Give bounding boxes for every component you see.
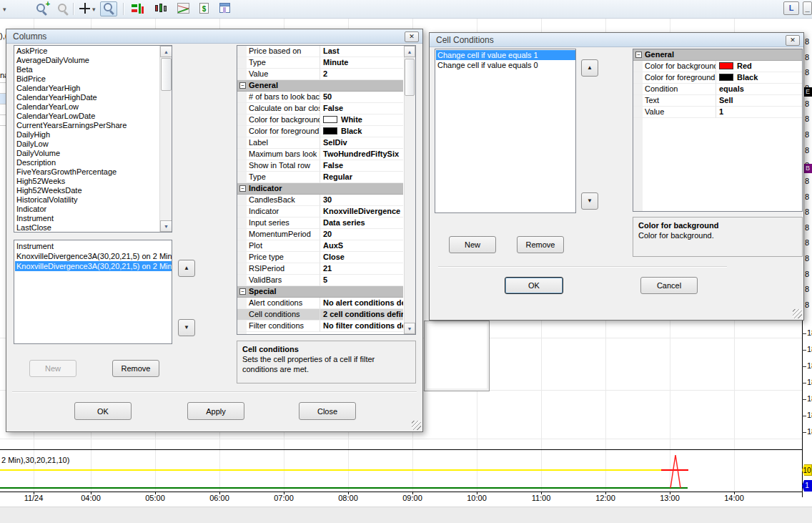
ok-button[interactable]: OK — [505, 277, 563, 294]
scroll-up-icon[interactable]: ▲ — [404, 46, 415, 57]
property-value[interactable]: Red — [716, 61, 802, 72]
scroll-down-icon[interactable]: ▼ — [160, 220, 172, 232]
list-item[interactable]: DailyLow — [15, 140, 159, 149]
panel-separator-line[interactable] — [0, 449, 802, 450]
property-row[interactable]: CandlesBack30 — [237, 195, 403, 206]
property-row[interactable]: Conditionequals — [633, 84, 802, 95]
property-value[interactable]: AuxS — [320, 240, 403, 252]
property-value[interactable]: Black — [320, 126, 403, 137]
property-row[interactable]: Maximum bars look backTwoHundredFiftySix — [237, 149, 403, 160]
list-item[interactable]: KnoxvilleDivergence3A(30,20,21,5) on 2 M… — [15, 251, 172, 261]
selected-columns-list[interactable]: InstrumentKnoxvilleDivergence3A(30,20,21… — [14, 240, 172, 344]
property-section-row[interactable]: −General — [237, 80, 403, 92]
minimize-button[interactable]: _ — [803, 1, 812, 15]
crosshair-icon[interactable] — [79, 3, 91, 16]
property-value[interactable]: Sell — [716, 95, 802, 107]
list-item[interactable]: CalendarYearLowDate — [15, 112, 159, 121]
property-value[interactable]: 30 — [320, 195, 403, 206]
list-item[interactable]: Change cell if value equals 1 — [436, 50, 575, 60]
property-value[interactable]: TwoHundredFiftySix — [320, 149, 403, 160]
property-row[interactable]: Alert conditionsNo alert conditions defi… — [237, 298, 403, 309]
collapse-icon[interactable]: − — [239, 82, 246, 89]
property-value[interactable]: White — [320, 114, 403, 126]
move-up-button[interactable]: ▲ — [178, 260, 195, 277]
property-section-row[interactable]: −Special — [237, 286, 403, 298]
property-row[interactable]: Color for backgroundWhite — [237, 114, 403, 126]
property-section-row[interactable]: −Indicator — [237, 183, 403, 195]
property-row[interactable]: RSIPeriod21 — [237, 263, 403, 275]
list-scrollbar[interactable]: ▲ ▼ — [159, 46, 172, 232]
move-down-button[interactable]: ▼ — [581, 192, 598, 210]
property-value[interactable]: SelDiv — [320, 137, 403, 149]
link-button[interactable]: L — [783, 1, 799, 15]
property-row[interactable]: TypeRegular — [237, 172, 403, 183]
list-item[interactable]: CalendarYearHigh — [15, 84, 159, 93]
list-item[interactable]: LastClose — [15, 223, 159, 232]
property-row[interactable]: LabelSelDiv — [237, 137, 403, 149]
collapse-icon[interactable]: − — [239, 288, 246, 295]
move-down-button[interactable]: ▼ — [178, 319, 195, 336]
scroll-thumb[interactable] — [161, 58, 172, 91]
conditions-list[interactable]: Change cell if value equals 1Change cell… — [435, 49, 576, 213]
property-value[interactable]: 20 — [320, 229, 403, 240]
remove-button[interactable]: Remove — [112, 360, 159, 377]
property-row[interactable]: Show in Total rowFalse — [237, 160, 403, 172]
remove-button[interactable]: Remove — [517, 236, 564, 253]
list-item[interactable]: CalendarYearHighDate — [15, 93, 159, 102]
property-value[interactable]: Data series — [320, 217, 403, 229]
ok-button[interactable]: OK — [74, 402, 132, 420]
property-row[interactable]: Cell conditions2 cell conditions defined — [237, 309, 403, 321]
list-item[interactable]: DailyHigh — [15, 130, 159, 140]
property-row[interactable]: Color for foregroundBlack — [237, 126, 403, 137]
property-row[interactable]: Price based onLast — [237, 46, 403, 57]
close-icon[interactable]: ✕ — [405, 31, 419, 42]
dropdown-caret-icon[interactable]: ▾ — [3, 6, 6, 13]
property-row[interactable]: Value2 — [237, 69, 403, 80]
candles-icon[interactable] — [154, 3, 167, 16]
property-value[interactable]: Close — [320, 252, 403, 263]
columns-dialog-titlebar[interactable]: Columns ✕ — [6, 29, 422, 44]
property-row[interactable]: MomentumPeriod20 — [237, 229, 403, 240]
property-value[interactable]: Regular — [320, 172, 403, 183]
cancel-button[interactable]: Cancel — [640, 277, 698, 294]
property-value[interactable]: 50 — [320, 92, 403, 103]
property-row[interactable]: Color for backgroundRed — [633, 61, 802, 72]
list-item[interactable]: High52Weeks — [15, 177, 159, 186]
move-up-button[interactable]: ▲ — [581, 59, 598, 77]
collapse-icon[interactable]: − — [239, 185, 246, 192]
property-row[interactable]: PlotAuxS — [237, 240, 403, 252]
property-row[interactable]: IndicatorKnoxvilleDivergence — [237, 206, 403, 217]
property-row[interactable]: Value1 — [633, 107, 802, 118]
list-item[interactable]: Change cell if value equals 0 — [436, 60, 575, 70]
property-row[interactable]: Input seriesData series — [237, 217, 403, 229]
list-item[interactable]: BidPrice — [15, 74, 159, 84]
property-value[interactable]: 5 — [320, 275, 403, 286]
list-item[interactable]: High52WeeksDate — [15, 186, 159, 195]
close-icon[interactable]: ✕ — [786, 35, 800, 46]
scroll-thumb[interactable] — [405, 59, 415, 96]
property-value[interactable]: 21 — [320, 263, 403, 275]
resize-grip[interactable] — [412, 421, 421, 430]
property-value[interactable]: No alert conditions defined — [320, 298, 403, 309]
collapse-icon[interactable]: − — [635, 52, 642, 58]
property-value[interactable]: equals — [716, 84, 802, 95]
list-item[interactable]: Beta — [15, 65, 159, 74]
list-item[interactable]: KnoxvilleDivergence3A(30,20,21,5) on 2 M… — [15, 261, 172, 271]
property-row[interactable]: Filter conditionsNo filter conditions de… — [237, 321, 403, 332]
cell-conditions-titlebar[interactable]: Cell Conditions ✕ — [430, 33, 803, 47]
apply-button[interactable]: Apply — [187, 402, 244, 420]
property-value[interactable]: False — [320, 160, 403, 172]
list-item[interactable]: Instrument — [15, 214, 159, 223]
market-bars-icon[interactable] — [132, 3, 144, 16]
list-item[interactable]: Indicator — [15, 205, 159, 214]
property-value[interactable]: Minute — [320, 57, 403, 69]
scroll-down-icon[interactable]: ▼ — [404, 323, 415, 334]
property-row[interactable]: # of bars to look back50 — [237, 92, 403, 103]
property-value[interactable]: 2 — [320, 69, 403, 80]
property-value[interactable]: KnoxvilleDivergence — [320, 206, 403, 217]
available-columns-list[interactable]: AskPriceAverageDailyVolumeBetaBidPriceCa… — [14, 45, 172, 233]
list-item[interactable]: DailyVolume — [15, 149, 159, 158]
column-property-grid[interactable]: Price based onLastTypeMinuteValue2−Gener… — [237, 45, 416, 335]
chart-line-icon[interactable] — [177, 3, 189, 14]
close-button[interactable]: Close — [299, 402, 356, 420]
